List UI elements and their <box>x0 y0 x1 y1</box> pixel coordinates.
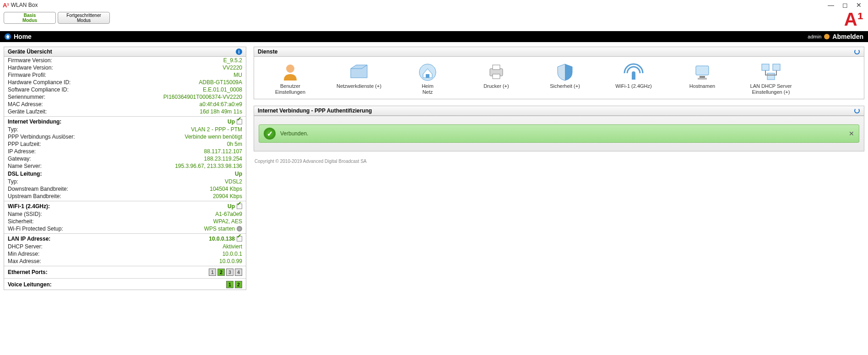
kv-row: Hardware Version:VV2220 <box>4 64 246 71</box>
svg-rect-9 <box>700 76 705 78</box>
kv-row: Upstream Bandbreite:20904 Kbps <box>4 193 246 200</box>
window-title: WLAN Box <box>11 2 38 8</box>
svg-point-7 <box>632 71 635 75</box>
basic-mode-button[interactable]: Basis Modus <box>4 12 56 24</box>
maximize-icon[interactable]: ◻ <box>842 1 848 9</box>
service-wifi[interactable]: WiFi-1 (2.4GHz) <box>608 62 659 95</box>
service-label: LAN DHCP Server Einstellungen (+) <box>750 83 792 95</box>
status-text: Verbunden. <box>280 130 308 137</box>
lan-section: LAN IP Adresse: 10.0.0.138 <box>4 235 246 243</box>
wifi-section: WiFi-1 (2.4GHz): Up <box>4 202 246 210</box>
nav-bar: Home admin Abmelden <box>0 31 868 42</box>
voice-lines-row: Voice Leitungen: 12 <box>4 280 246 290</box>
auth-title: Internet Verbindung - PPP Authentifizier… <box>258 108 372 114</box>
service-security[interactable]: Sicherheit (+) <box>540 62 590 95</box>
service-network-services[interactable]: Netzwerkdienste (+) <box>334 62 384 95</box>
advanced-mode-button[interactable]: Fortgeschrittener Modus <box>58 12 110 24</box>
kv-row: Name Server:195.3.96.67, 213.33.98.136 <box>4 162 246 170</box>
service-label: Sicherheit (+) <box>550 83 580 89</box>
dsl-section: DSL Leitung: Up <box>4 170 246 178</box>
services-panel: Dienste Benutzer EinstellungenNetzwerkdi… <box>254 47 864 99</box>
home-network-icon <box>416 62 439 81</box>
copyright: Copyright © 2010-2019 Advanced Digital B… <box>254 158 864 164</box>
kv-row: Name (SSID):A1-67a0e9 <box>4 210 246 218</box>
services-title: Dienste <box>258 48 277 55</box>
port-indicator: 1 <box>226 281 233 288</box>
mode-toolbar: Basis Modus Fortgeschrittener Modus A¹ <box>0 10 868 31</box>
window-controls: — ◻ ✕ <box>828 1 865 9</box>
user-settings-icon <box>279 62 302 81</box>
kv-row: PPP Laufzeit:0h 5m <box>4 140 246 148</box>
port-indicator: 3 <box>226 269 233 276</box>
status-message: ✓ Verbunden. ✕ <box>259 124 859 143</box>
service-hostnames[interactable]: Hostnamen <box>677 62 727 95</box>
minimize-icon[interactable]: — <box>828 1 834 9</box>
dhcp-icon <box>760 62 782 81</box>
kv-row: Typ:VDSL2 <box>4 178 246 185</box>
kv-row: DHCP Server:Aktiviert <box>4 243 246 250</box>
kv-row: IP Adresse:88.117.112.107 <box>4 148 246 155</box>
kv-row: MAC Adresse:a0:4f:d4:67:a0:e9 <box>4 101 246 108</box>
svg-rect-5 <box>493 74 500 79</box>
kv-row: Max Adresse:10.0.0.99 <box>4 258 246 265</box>
service-label: WiFi-1 (2.4GHz) <box>615 83 651 89</box>
service-home-network[interactable]: Heim Netz <box>402 62 453 95</box>
service-label: Heim Netz <box>422 83 434 95</box>
service-user-settings[interactable]: Benutzer Einstellungen <box>265 62 315 95</box>
kv-row: Seriennummer:PI160364901T0006374-VV2220 <box>4 93 246 101</box>
username-label: admin <box>808 34 821 39</box>
kv-row: Min Adresse:10.0.0.1 <box>4 250 246 258</box>
check-icon: ✓ <box>264 128 276 140</box>
service-label: Benutzer Einstellungen <box>275 83 305 95</box>
wps-label: Wi-Fi Protected Setup: <box>8 226 63 232</box>
svg-point-0 <box>286 65 294 73</box>
svg-rect-2 <box>426 74 429 78</box>
kv-row: PPP Verbindungs Auslöser:Verbinde wenn b… <box>4 133 246 140</box>
hostnames-icon <box>691 62 714 81</box>
edit-icon[interactable] <box>237 236 242 242</box>
refresh-icon[interactable] <box>854 108 860 114</box>
dismiss-icon[interactable]: ✕ <box>849 130 854 137</box>
wifi-icon <box>622 62 645 81</box>
security-icon <box>553 62 576 81</box>
edit-icon[interactable] <box>237 119 242 124</box>
kv-row: Typ:VLAN 2 - PPP - PTM <box>4 126 246 133</box>
service-label: Netzwerkdienste (+) <box>336 83 381 89</box>
kv-row: Gateway:188.23.119.254 <box>4 155 246 162</box>
port-indicator: 2 <box>217 269 225 276</box>
kv-row: Downstream Bandbreite:104504 Kbps <box>4 185 246 193</box>
svg-rect-12 <box>773 64 780 70</box>
service-printers[interactable]: Drucker (+) <box>471 62 521 95</box>
service-dhcp[interactable]: LAN DHCP Server Einstellungen (+) <box>746 62 796 95</box>
kv-row: Sicherheit:WPA2, AES <box>4 218 246 225</box>
device-overview-panel: Geräte Übersicht i Firmware Version:E_9.… <box>4 47 246 290</box>
svg-rect-8 <box>696 66 709 75</box>
svg-rect-10 <box>698 78 707 80</box>
logout-link[interactable]: Abmelden <box>832 33 863 40</box>
user-icon <box>824 34 830 39</box>
kv-row: Firmware Profil:MU <box>4 71 246 79</box>
page-title: Home <box>14 33 32 40</box>
service-label: Hostnamen <box>689 83 715 89</box>
ethernet-ports-row: Ethernet Ports: 1234 <box>4 267 246 277</box>
network-services-icon <box>347 62 370 81</box>
svg-rect-11 <box>762 64 769 70</box>
home-icon[interactable] <box>5 33 11 40</box>
edit-icon[interactable] <box>237 204 242 209</box>
overview-title: Geräte Übersicht <box>8 48 52 55</box>
port-indicator: 4 <box>235 269 242 276</box>
internet-section: Internet Verbindung: Up <box>4 118 246 126</box>
printers-icon <box>485 62 508 81</box>
svg-rect-4 <box>493 65 500 70</box>
kv-row: Geräte Laufzeit:16d 18h 49m 11s <box>4 108 246 115</box>
close-icon[interactable]: ✕ <box>856 1 862 9</box>
port-indicator: 1 <box>209 269 216 276</box>
app-logo-icon: A¹ <box>3 2 9 9</box>
refresh-icon[interactable] <box>854 48 860 55</box>
info-icon[interactable]: i <box>236 48 242 55</box>
wps-start-link[interactable]: WPS starten <box>204 226 235 232</box>
wps-icon[interactable] <box>237 226 242 231</box>
kv-row: Hardware Compliance ID:ADBB-GT15009A <box>4 79 246 86</box>
auth-panel: Internet Verbindung - PPP Authentifizier… <box>254 106 864 151</box>
svg-rect-13 <box>767 73 775 80</box>
